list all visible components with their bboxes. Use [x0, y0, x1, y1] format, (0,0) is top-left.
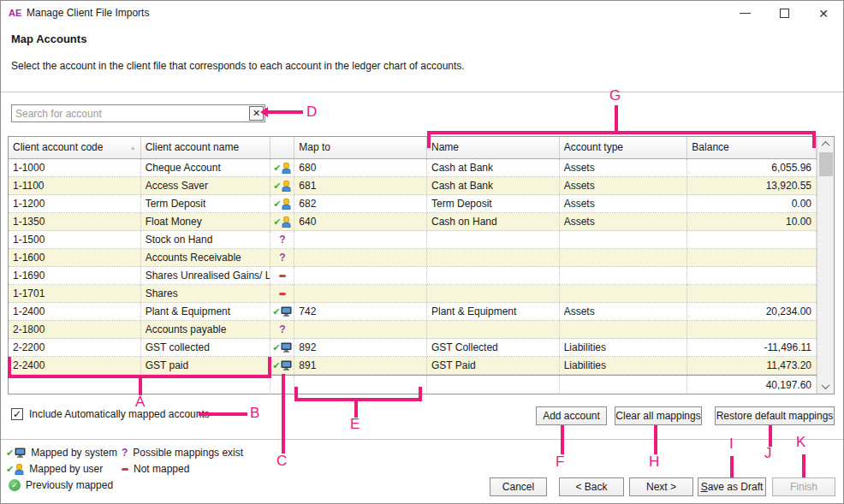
table-row[interactable]: 1-1500Stock on Hand? — [9, 231, 817, 249]
mapping-status-cell: ? — [270, 249, 294, 266]
table-row[interactable]: 1-1100Access Saver✔681Cash at BankAssets… — [9, 177, 817, 195]
total-empty-cell — [9, 376, 141, 394]
mapping-status-cell: ✔ — [270, 177, 294, 194]
check-icon: ✔ — [272, 343, 280, 353]
annotation-b-label: B — [250, 405, 259, 422]
not-mapped-icon — [122, 468, 128, 471]
table-row[interactable]: 1-1690Shares Unrealised Gains/ L... — [9, 267, 817, 285]
cell-client-name: Accounts payable — [141, 321, 271, 338]
back-button[interactable]: < Back — [559, 477, 624, 496]
scroll-up-button[interactable] — [817, 137, 834, 151]
table-row[interactable]: 1-1350Float Money✔640Cash on HandAssets1… — [9, 213, 817, 231]
column-header-client-account-name[interactable]: Client account name — [141, 137, 271, 158]
close-button[interactable]: ✕ — [804, 1, 843, 26]
table-row[interactable]: 1-1200Term Deposit✔682Term DepositAssets… — [9, 195, 817, 213]
monitor-icon — [281, 306, 292, 317]
clear-all-mappings-button[interactable]: Clear all mappings — [615, 406, 702, 425]
include-auto-mapped-checkbox[interactable]: ✓ — [11, 408, 23, 420]
annotation-g-line — [427, 131, 816, 134]
cell-map-to[interactable]: 680 — [294, 159, 427, 176]
cell-client-name: Accounts Receivable — [141, 249, 271, 266]
cell-map-to[interactable] — [294, 267, 427, 284]
cell-type: Assets — [560, 177, 688, 194]
total-balance: 40,197.60 — [687, 376, 817, 394]
cell-map-to[interactable]: 892 — [294, 339, 427, 356]
cell-balance — [687, 321, 817, 338]
cell-type: Assets — [560, 159, 688, 176]
mapping-status-cell: ✔ — [270, 339, 294, 356]
clear-search-button[interactable]: ✕ — [249, 106, 264, 121]
restore-default-mappings-button[interactable]: Restore default mappings — [715, 406, 835, 425]
cancel-button[interactable]: Cancel — [490, 477, 547, 496]
app-logo-icon: AE — [9, 8, 21, 18]
user-icon — [282, 216, 291, 228]
grid-scrollbar[interactable] — [817, 137, 834, 394]
cell-code: 1-1350 — [9, 213, 141, 230]
table-row[interactable]: 1-1701Shares — [9, 285, 817, 303]
cell-name: GST Paid — [427, 357, 560, 374]
check-icon: ✔ — [273, 163, 281, 173]
cell-code: 1-1600 — [9, 249, 141, 266]
cell-map-to[interactable] — [294, 231, 427, 248]
cell-map-to[interactable]: 640 — [294, 213, 427, 230]
minimize-button[interactable] — [725, 1, 764, 26]
cell-map-to[interactable] — [294, 321, 427, 338]
cell-name — [427, 321, 560, 338]
table-row[interactable]: 1-1600Accounts Receivable? — [9, 249, 817, 267]
mapping-status-cell: ✔ — [270, 159, 294, 176]
check-icon: ✔ — [272, 361, 280, 371]
cell-client-name: Cheque Account — [141, 159, 271, 176]
cell-client-name: Term Deposit — [141, 195, 271, 212]
chevron-down-icon — [822, 381, 830, 389]
cell-name: Cash at Bank — [427, 159, 560, 176]
annotation-d-label: D — [306, 104, 317, 121]
add-account-button[interactable]: Add account — [536, 406, 607, 425]
chevron-up-icon — [822, 141, 830, 150]
annotation-c-label: C — [276, 453, 287, 470]
maximize-button[interactable] — [764, 1, 804, 26]
legend-not-mapped: Not mapped — [122, 463, 189, 475]
cell-name — [427, 267, 560, 284]
cell-map-to[interactable]: 682 — [294, 195, 427, 212]
cell-client-name: Plant & Equipment — [141, 303, 271, 320]
legend-previously-mapped: ✓ Previously mapped — [9, 479, 113, 491]
column-header-account-type[interactable]: Account type — [560, 137, 688, 158]
legend-label: Previously mapped — [26, 479, 113, 491]
not-mapped-dash-icon — [279, 293, 286, 295]
question-icon: ? — [122, 448, 128, 458]
save-as-draft-button[interactable]: Save as Draft — [698, 477, 766, 496]
table-row[interactable]: 1-2400Plant & Equipment✔742Plant & Equip… — [9, 303, 817, 321]
scroll-down-button[interactable] — [817, 379, 834, 394]
mapping-status-cell: ✔ — [270, 357, 294, 374]
cell-map-to[interactable]: 891 — [294, 357, 427, 374]
table-row[interactable]: 2-1800Accounts payable? — [9, 321, 817, 339]
cell-balance — [687, 249, 817, 266]
column-header-name[interactable]: Name — [427, 137, 560, 158]
cell-map-to[interactable]: 742 — [294, 303, 427, 320]
cell-code: 1-1701 — [9, 285, 141, 302]
finish-button[interactable]: Finish — [772, 477, 835, 496]
scrollbar-thumb[interactable] — [819, 152, 833, 176]
legend-possible-mappings: ? Possible mappings exist — [122, 447, 243, 459]
table-row[interactable]: 1-1000Cheque Account✔680Cash at BankAsse… — [9, 159, 817, 177]
cell-map-to[interactable] — [294, 249, 427, 266]
monitor-icon — [281, 342, 292, 353]
table-row[interactable]: 2-2200GST collected✔892GST CollectedLiab… — [9, 339, 817, 357]
grid-total-row: 40,197.60 — [9, 375, 817, 394]
cell-name: Plant & Equipment — [427, 303, 560, 320]
total-empty-cell — [294, 376, 427, 394]
column-header-balance[interactable]: Balance — [687, 137, 817, 158]
table-row[interactable]: 2-2400GST paid✔891GST PaidLiabilities11,… — [9, 357, 817, 375]
previously-mapped-circle-icon: ✓ — [9, 479, 21, 491]
next-button[interactable]: Next > — [629, 477, 693, 496]
cell-name — [427, 249, 560, 266]
search-input[interactable] — [12, 106, 249, 121]
column-header-map-to[interactable]: Map to — [294, 137, 427, 158]
cell-map-to[interactable] — [294, 285, 427, 302]
minimize-icon — [740, 13, 751, 14]
cell-map-to[interactable]: 681 — [294, 177, 427, 194]
column-header-client-account-code[interactable]: Client account code▲ — [9, 137, 141, 158]
cell-client-name: GST collected — [141, 339, 271, 356]
mapping-status-cell — [270, 285, 294, 302]
column-header-status[interactable] — [270, 137, 294, 158]
